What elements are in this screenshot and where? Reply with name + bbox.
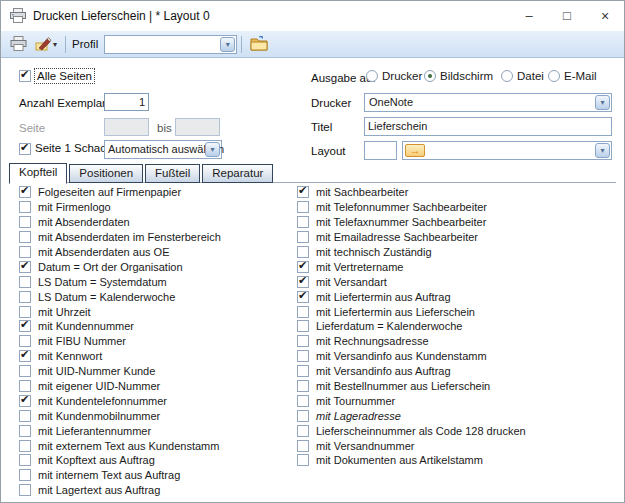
checkbox-icon[interactable] bbox=[297, 335, 309, 347]
checkbox-icon[interactable] bbox=[19, 231, 31, 243]
checkbox-icon[interactable] bbox=[19, 365, 31, 377]
checkbox-icon[interactable] bbox=[297, 320, 309, 332]
checkbox-icon[interactable] bbox=[19, 335, 31, 347]
checkbox-icon[interactable] bbox=[297, 380, 309, 392]
checkbox-icon[interactable] bbox=[297, 365, 309, 377]
option-row[interactable]: mit internem Text aus Auftrag bbox=[19, 468, 291, 483]
option-row[interactable]: mit UID-Nummer Kunde bbox=[19, 364, 291, 379]
drucker-combobox[interactable]: OneNote ▾ bbox=[364, 93, 612, 112]
option-row[interactable]: mit Uhrzeit bbox=[19, 304, 291, 319]
checkbox-icon[interactable] bbox=[297, 395, 309, 407]
option-row[interactable]: mit Lieferantennummer bbox=[19, 423, 291, 438]
option-row[interactable]: mit FIBU Nummer bbox=[19, 334, 291, 349]
option-row[interactable]: mit technisch Zuständig bbox=[297, 245, 619, 260]
checkbox-icon[interactable] bbox=[19, 246, 31, 258]
checkbox-icon[interactable] bbox=[297, 231, 309, 243]
radio-icon[interactable] bbox=[366, 70, 378, 82]
checkbox-icon[interactable] bbox=[19, 440, 31, 452]
radio-bildschirm[interactable]: Bildschirm bbox=[424, 70, 493, 82]
option-row[interactable]: mit Kundennummer bbox=[19, 319, 291, 334]
option-row[interactable]: Lieferdatum = Kalenderwoche bbox=[297, 319, 619, 334]
option-row[interactable]: mit Firmenlogo bbox=[19, 200, 291, 215]
option-row[interactable]: mit Absenderdaten aus OE bbox=[19, 245, 291, 260]
option-row[interactable]: mit Sachbearbeiter bbox=[297, 185, 619, 200]
alle-seiten-checkbox[interactable] bbox=[19, 70, 31, 82]
layout-combobox[interactable]: → ▾ bbox=[402, 141, 612, 160]
option-row[interactable]: mit externem Text aus Kundenstamm bbox=[19, 438, 291, 453]
option-row[interactable]: mit Absenderdaten im Fensterbereich bbox=[19, 230, 291, 245]
option-row[interactable]: mit Versandinfo aus Kundenstamm bbox=[297, 349, 619, 364]
option-row[interactable]: Datum = Ort der Organisation bbox=[19, 259, 291, 274]
close-button[interactable]: × bbox=[586, 1, 624, 31]
option-row[interactable]: Lieferscheinnummer als Code 128 drucken bbox=[297, 423, 619, 438]
option-row[interactable]: mit Bestellnummer aus Lieferschein bbox=[297, 379, 619, 394]
chevron-down-icon[interactable]: ▾ bbox=[595, 143, 610, 158]
tab-positionen[interactable]: Positionen bbox=[69, 164, 143, 183]
option-row[interactable]: mit Versandart bbox=[297, 274, 619, 289]
checkbox-icon[interactable] bbox=[19, 216, 31, 228]
radio-datei[interactable]: Datei bbox=[501, 70, 544, 82]
tab-reparatur[interactable]: Reparatur bbox=[202, 164, 273, 183]
checkbox-icon[interactable] bbox=[19, 484, 31, 496]
radio-icon[interactable] bbox=[548, 70, 560, 82]
checkbox-icon[interactable] bbox=[297, 350, 309, 362]
option-row[interactable]: LS Datum = Kalenderwoche bbox=[19, 289, 291, 304]
checkbox-icon[interactable] bbox=[297, 261, 309, 273]
checkbox-icon[interactable] bbox=[19, 186, 31, 198]
option-row[interactable]: mit Tournummer bbox=[297, 393, 619, 408]
checkbox-icon[interactable] bbox=[297, 246, 309, 258]
checkbox-icon[interactable] bbox=[297, 440, 309, 452]
checkbox-icon[interactable] bbox=[19, 291, 31, 303]
option-row[interactable]: mit Lageradresse bbox=[297, 408, 619, 423]
option-row[interactable]: mit Rechnungsadresse bbox=[297, 334, 619, 349]
chevron-down-icon[interactable]: ▾ bbox=[220, 37, 235, 52]
option-row[interactable]: mit Versandinfo aus Auftrag bbox=[297, 364, 619, 379]
checkbox-icon[interactable] bbox=[19, 276, 31, 288]
schacht-combobox[interactable]: Automatisch auswählen ▾ bbox=[104, 140, 222, 159]
checkbox-icon[interactable] bbox=[297, 276, 309, 288]
checkbox-icon[interactable] bbox=[19, 380, 31, 392]
checkbox-icon[interactable] bbox=[19, 201, 31, 213]
tab-kopfteil[interactable]: Kopfteil bbox=[9, 163, 67, 184]
titel-input[interactable]: Lieferschein bbox=[364, 117, 612, 136]
profil-combobox[interactable]: ▾ bbox=[104, 35, 237, 54]
checkbox-icon[interactable] bbox=[19, 350, 31, 362]
option-row[interactable]: mit Emailadresse Sachbearbeiter bbox=[297, 230, 619, 245]
option-row[interactable]: mit eigener UID-Nummer bbox=[19, 379, 291, 394]
checkbox-icon[interactable] bbox=[297, 291, 309, 303]
option-row[interactable]: LS Datum = Systemdatum bbox=[19, 274, 291, 289]
tab-fu-teil[interactable]: Fußteil bbox=[145, 164, 200, 183]
checkbox-icon[interactable] bbox=[19, 306, 31, 318]
alle-seiten-label[interactable]: Alle Seiten bbox=[35, 69, 94, 83]
option-row[interactable]: mit Kopftext aus Auftrag bbox=[19, 453, 291, 468]
print-button[interactable] bbox=[6, 33, 31, 55]
checkbox-icon[interactable] bbox=[297, 306, 309, 318]
minimize-button[interactable]: – bbox=[510, 1, 548, 31]
checkbox-icon[interactable] bbox=[19, 395, 31, 407]
checkbox-icon[interactable] bbox=[297, 216, 309, 228]
option-row[interactable]: mit Versandnummer bbox=[297, 438, 619, 453]
option-row[interactable]: mit Telefaxnummer Sachbearbeiter bbox=[297, 215, 619, 230]
chevron-down-icon[interactable]: ▾ bbox=[595, 95, 610, 110]
open-profile-button[interactable] bbox=[246, 33, 272, 55]
option-row[interactable]: mit Kundentelefonnummer bbox=[19, 393, 291, 408]
option-row[interactable]: Folgeseiten auf Firmenpapier bbox=[19, 185, 291, 200]
anzahl-exemplare-input[interactable]: 1 bbox=[104, 93, 149, 111]
checkbox-icon[interactable] bbox=[297, 201, 309, 213]
option-row[interactable]: mit Kennwort bbox=[19, 349, 291, 364]
checkbox-icon[interactable] bbox=[297, 425, 309, 437]
checkbox-icon[interactable] bbox=[297, 410, 309, 422]
option-row[interactable]: mit Telefonnummer Sachbearbeiter bbox=[297, 200, 619, 215]
option-row[interactable]: mit Liefertermin aus Lieferschein bbox=[297, 304, 619, 319]
option-row[interactable]: mit Dokumenten aus Artikelstamm bbox=[297, 453, 619, 468]
radio-icon[interactable] bbox=[424, 70, 436, 82]
orange-arrow-icon[interactable]: → bbox=[405, 144, 425, 157]
checkbox-icon[interactable] bbox=[19, 454, 31, 466]
radio-e-mail[interactable]: E-Mail bbox=[548, 70, 597, 82]
option-row[interactable]: mit Kundenmobilnummer bbox=[19, 408, 291, 423]
option-row[interactable]: mit Vertretername bbox=[297, 259, 619, 274]
checkbox-icon[interactable] bbox=[19, 320, 31, 332]
radio-drucker[interactable]: Drucker bbox=[366, 70, 422, 82]
checkbox-icon[interactable] bbox=[19, 469, 31, 481]
edit-profile-button[interactable]: ▾ bbox=[31, 33, 61, 55]
